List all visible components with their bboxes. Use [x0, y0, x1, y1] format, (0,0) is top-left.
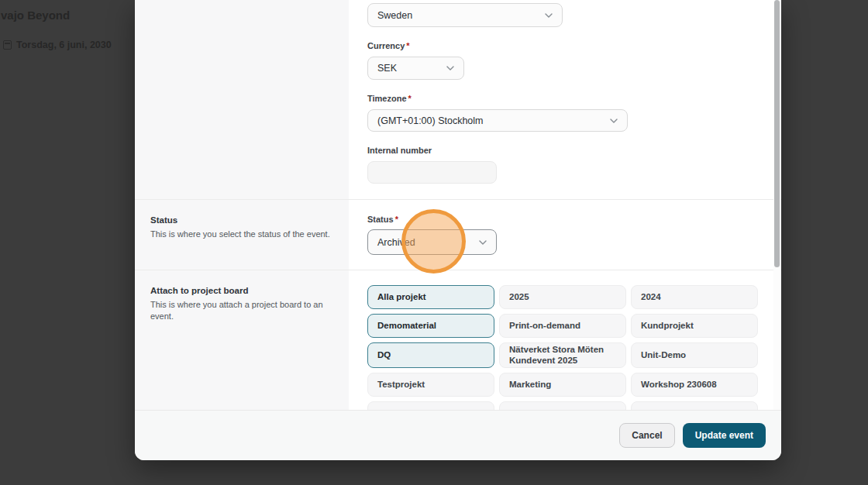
modal-body: Sweden Currency* SEK Timezone* (GMT+01:0… — [135, 0, 781, 410]
backdrop-date-row: Torsdag, 6 juni, 2030 — [3, 40, 112, 50]
chevron-down-icon — [610, 119, 618, 123]
status-sidebar-title: Status — [150, 215, 333, 225]
project-pill[interactable]: 2025 — [499, 285, 626, 309]
internal-number-label: Internal number — [367, 146, 781, 155]
click-highlight-circle — [401, 209, 466, 273]
chevron-down-icon — [446, 66, 454, 71]
chevron-down-icon — [545, 13, 553, 18]
internal-number-input[interactable] — [367, 161, 497, 184]
country-select[interactable]: Sweden — [367, 3, 563, 27]
chevron-down-icon — [479, 240, 487, 245]
currency-label: Currency* — [367, 42, 781, 50]
project-pill[interactable]: Print-on-demand — [499, 314, 626, 338]
required-marker: * — [408, 94, 412, 103]
attach-sidebar-title: Attach to project board — [150, 286, 333, 295]
project-pill[interactable]: Alla projekt — [367, 285, 494, 309]
currency-select-value: SEK — [377, 63, 397, 74]
timezone-select-value: (GMT+01:00) Stockholm — [377, 115, 484, 126]
required-marker: * — [395, 215, 398, 224]
update-event-button[interactable]: Update event — [683, 423, 766, 448]
attach-sidebar-description: This is where you attach a project board… — [150, 299, 333, 322]
general-section-sidebar — [135, 0, 349, 199]
project-pill[interactable]: DQ — [367, 342, 494, 368]
project-pill[interactable]: Marketing — [499, 373, 626, 397]
modal-footer: Cancel Update event — [135, 410, 781, 460]
project-grid: Alla projekt20252024DemomaterialPrint-on… — [367, 285, 781, 410]
attach-section: Attach to project board This is where yo… — [135, 270, 781, 410]
project-pill[interactable] — [367, 401, 494, 410]
required-marker: * — [406, 41, 409, 50]
timezone-label: Timezone* — [367, 95, 781, 103]
project-pill[interactable]: Kundprojekt — [631, 314, 758, 338]
status-section-sidebar: Status This is where you select the stat… — [135, 200, 349, 270]
project-pill[interactable]: Unit-Demo — [631, 342, 758, 368]
timezone-select[interactable]: (GMT+01:00) Stockholm — [367, 109, 628, 132]
project-pill[interactable]: Nätverket Stora Möten Kundevent 2025 — [499, 342, 626, 368]
currency-select[interactable]: SEK — [367, 57, 464, 80]
attach-section-sidebar: Attach to project board This is where yo… — [135, 270, 349, 410]
general-section-fields: Sweden Currency* SEK Timezone* (GMT+01:0… — [349, 0, 781, 199]
general-section: Sweden Currency* SEK Timezone* (GMT+01:0… — [135, 0, 781, 199]
calendar-icon — [3, 40, 12, 50]
project-pill[interactable] — [499, 401, 626, 410]
cancel-button[interactable]: Cancel — [619, 423, 674, 448]
country-select-value: Sweden — [377, 10, 412, 21]
project-pill[interactable]: 2024 — [631, 285, 758, 309]
modal-scrollbar-thumb[interactable] — [774, 0, 780, 267]
project-pill[interactable]: Demomaterial — [367, 314, 494, 338]
project-pill[interactable]: Workshop 230608 — [631, 373, 758, 397]
status-sidebar-description: This is where you select the status of t… — [150, 229, 333, 240]
project-pill[interactable] — [631, 401, 758, 410]
backdrop-date-label: Torsdag, 6 juni, 2030 — [16, 40, 112, 50]
backdrop-app-title: vajo Beyond — [1, 9, 70, 22]
project-pill[interactable]: Testprojekt — [367, 373, 494, 397]
attach-section-fields: Alla projekt20252024DemomaterialPrint-on… — [349, 270, 781, 410]
